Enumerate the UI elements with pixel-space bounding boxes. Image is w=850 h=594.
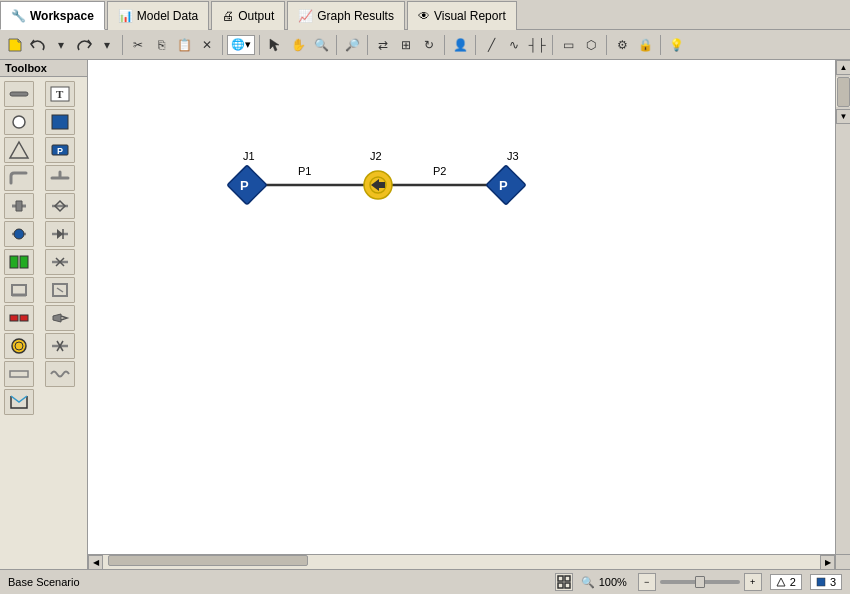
scroll-right-button[interactable]: ▶ [820,555,835,570]
diagram-svg: J1 J2 J3 P1 P2 P [88,60,835,554]
tab-workspace[interactable]: 🔧 Workspace [0,1,105,30]
tool-elbow[interactable] [4,165,34,191]
rotate-button[interactable]: ↻ [418,34,440,56]
svg-rect-0 [10,92,28,96]
svg-marker-27 [777,578,785,586]
tool-blue-circle[interactable] [4,333,34,359]
zoom-out-button[interactable]: − [638,573,656,591]
scroll-thumb-h[interactable] [108,555,308,566]
zoom-area: 🔍 100% − + [581,573,762,591]
svg-rect-19 [20,315,28,321]
tool-blue-rect[interactable] [45,109,75,135]
canvas-area: J1 J2 J3 P1 P2 P [88,60,850,569]
scroll-track-h[interactable] [103,555,820,569]
svg-rect-28 [817,578,825,586]
redo-button[interactable] [73,34,95,56]
tab-output-label: Output [238,9,274,23]
scrollbar-corner [835,554,850,569]
new-button[interactable] [4,34,26,56]
zoom-tool[interactable]: 🔍 [310,34,332,56]
tool-valve[interactable] [4,193,34,219]
scroll-down-button[interactable]: ▼ [836,109,850,124]
tool-filter[interactable] [4,137,34,163]
tab-model-data[interactable]: 📊 Model Data [107,1,209,30]
svg-point-3 [13,116,25,128]
scroll-up-button[interactable]: ▲ [836,60,850,75]
tab-graph-results[interactable]: 📈 Graph Results [287,1,405,30]
tool-gate-valve[interactable] [45,193,75,219]
line-button[interactable]: ╱ [480,34,502,56]
visual-report-icon: 👁 [418,9,430,23]
lock-button[interactable]: 🔒 [634,34,656,56]
svg-marker-5 [10,142,28,158]
curve-button[interactable]: ∿ [503,34,525,56]
tool-text[interactable]: T [45,81,75,107]
tool-circle-junction[interactable] [4,109,34,135]
person-button[interactable]: 👤 [449,34,471,56]
tool-pipe[interactable] [4,81,34,107]
svg-rect-23 [558,576,563,581]
tab-output[interactable]: 🖨 Output [211,1,285,30]
settings-button[interactable]: ⚙ [611,34,633,56]
light-button[interactable]: 💡 [665,34,687,56]
tool-open-box[interactable] [4,389,34,415]
ellipse-button[interactable]: ⬡ [580,34,602,56]
scroll-thumb-v[interactable] [837,77,850,107]
svg-point-20 [12,339,26,353]
tool-tank[interactable] [4,277,34,303]
scroll-left-button[interactable]: ◀ [88,555,103,570]
tool-tee[interactable] [45,165,75,191]
counter2-value: 3 [830,576,836,588]
tool-red-element[interactable] [4,305,34,331]
tool-butterfly[interactable] [45,333,75,359]
tool-closed-tank[interactable] [45,277,75,303]
tool-nozzle[interactable] [45,305,75,331]
tool-flex-pipe[interactable] [45,361,75,387]
fit-button[interactable] [555,573,573,591]
rect-button[interactable]: ▭ [557,34,579,56]
toolbox-grid: T P [0,77,87,419]
horizontal-scrollbar[interactable]: ◀ ▶ [88,554,835,569]
graph-results-icon: 📈 [298,9,313,23]
counter1-value: 2 [790,576,796,588]
tool-green-element[interactable] [4,249,34,275]
pan-tool[interactable]: ✋ [287,34,309,56]
p1-label: P1 [298,165,311,177]
undo-button[interactable] [27,34,49,56]
zoom-slider[interactable] [660,580,740,584]
vertical-scrollbar[interactable]: ▲ ▼ [835,60,850,554]
zoom-thumb[interactable] [695,576,705,588]
tool-cross-valve[interactable] [45,249,75,275]
sep6 [444,35,445,55]
break-button[interactable]: ┤├ [526,34,548,56]
copy-button[interactable]: ⎘ [150,34,172,56]
j3-pump-label: P [499,178,508,193]
svg-text:P: P [57,146,63,156]
tool-pump2[interactable] [4,221,34,247]
tool-check-valve[interactable] [45,221,75,247]
svg-marker-10 [57,229,63,239]
sep4 [336,35,337,55]
tool-pump[interactable]: P [45,137,75,163]
delete-button[interactable]: ✕ [196,34,218,56]
svg-rect-4 [52,115,68,129]
cut-button[interactable]: ✂ [127,34,149,56]
zoom-in-button[interactable]: + [744,573,762,591]
paste-button[interactable]: 📋 [173,34,195,56]
search-button[interactable]: 🔎 [341,34,363,56]
sep1 [122,35,123,55]
svg-rect-22 [10,371,28,377]
resize-button[interactable]: ⊞ [395,34,417,56]
zoom-dropdown[interactable]: 🌐 ▾ [227,35,255,55]
move-button[interactable]: ⇄ [372,34,394,56]
sep2 [222,35,223,55]
sep7 [475,35,476,55]
toolbar: ▾ ▾ ✂ ⎘ 📋 ✕ 🌐 ▾ ✋ 🔍 🔎 ⇄ ⊞ ↻ 👤 ╱ ∿ ┤├ ▭ ⬡… [0,30,850,60]
undo-dropdown[interactable]: ▾ [50,34,72,56]
scroll-track-v[interactable] [836,77,850,107]
redo-dropdown[interactable]: ▾ [96,34,118,56]
svg-rect-18 [10,315,18,321]
tab-visual-report[interactable]: 👁 Visual Report [407,1,517,30]
select-tool[interactable] [264,34,286,56]
tool-rect2[interactable] [4,361,34,387]
